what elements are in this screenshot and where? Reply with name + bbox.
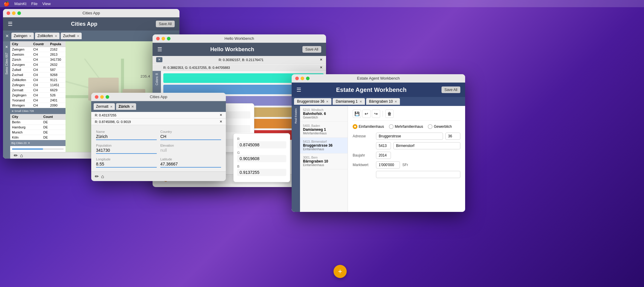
table-row[interactable]: ZuchwilCH9268 bbox=[10, 72, 66, 78]
radio-gewerblich[interactable]: Gewerblich bbox=[428, 124, 452, 129]
tl-yellow-hw[interactable] bbox=[162, 37, 165, 40]
table-row[interactable]: ZürichCH341730 bbox=[10, 57, 66, 62]
hamburger-icon-ea[interactable]: ☰ bbox=[296, 86, 301, 93]
tab-brugger[interactable]: Bruggerstrsse 36 ✕ bbox=[294, 98, 331, 105]
number-input[interactable] bbox=[445, 133, 460, 140]
tl-red-1[interactable] bbox=[7, 11, 10, 15]
tl-red-ea[interactable] bbox=[295, 77, 299, 80]
table-row[interactable]: ZermattCH6629 bbox=[10, 88, 66, 93]
population-value: 341730 bbox=[96, 148, 157, 154]
notif-close-1[interactable]: ✕ bbox=[156, 57, 162, 62]
table-row[interactable]: ZunzgenCH2632 bbox=[10, 62, 66, 67]
close-left-panel-icon[interactable]: ✕ bbox=[5, 34, 9, 38]
g-label-2: G bbox=[237, 151, 286, 154]
tl-green-hw[interactable] bbox=[167, 37, 170, 40]
home-icon-1[interactable]: ⌂ bbox=[20, 153, 23, 158]
tab-baern[interactable]: Bärngraben 10 ✕ bbox=[366, 98, 400, 105]
home-icon-2[interactable]: ⌂ bbox=[101, 174, 104, 179]
notif-close-2-2[interactable]: ✕ bbox=[220, 120, 222, 124]
notif-close-btn-1[interactable]: ✕ bbox=[320, 58, 322, 62]
tab-zermatt-close[interactable]: ✕ bbox=[110, 105, 112, 108]
table-row[interactable]: BerlinDE bbox=[10, 120, 66, 125]
tl-yellow-1[interactable] bbox=[12, 11, 16, 15]
tl-green-1[interactable] bbox=[17, 11, 21, 15]
delete-icon-btn[interactable]: 🗑 bbox=[385, 110, 394, 118]
hamburger-icon-1[interactable]: ☰ bbox=[8, 21, 13, 27]
baujahr-input[interactable] bbox=[376, 152, 391, 159]
menubar-view[interactable]: View bbox=[42, 1, 51, 6]
plz-input[interactable] bbox=[376, 142, 391, 149]
tab-zollikofen-close[interactable]: ✕ bbox=[55, 34, 57, 38]
tab-zwingen-close[interactable]: ✕ bbox=[29, 34, 31, 38]
tl-yellow-2[interactable] bbox=[100, 95, 104, 99]
list-item-1[interactable]: 5400, Baden Damianweg 1 Mehrfamilienhaus bbox=[300, 122, 348, 138]
tl-yellow-ea[interactable] bbox=[301, 77, 304, 80]
table-row[interactable]: ZullwilCH587 bbox=[10, 67, 66, 72]
app-header-1: ☰ Cities App Save All bbox=[3, 17, 179, 31]
table-row[interactable]: ZwingenCH2162 bbox=[10, 47, 66, 52]
ort-input[interactable] bbox=[393, 142, 460, 149]
radio-mehrfamilien[interactable]: Mehrfamilienhaus bbox=[389, 124, 423, 129]
table-row[interactable]: ZollikofenCH9121 bbox=[10, 78, 66, 83]
pencil-icon-1[interactable]: ✏ bbox=[14, 153, 18, 158]
save-all-button-ea[interactable]: Save All bbox=[441, 86, 460, 93]
table-row[interactable]: ZeglingenCH526 bbox=[10, 93, 66, 98]
tab-damian[interactable]: Damianweg 1 ✕ bbox=[333, 98, 365, 105]
radio-einfamilien[interactable]: Einfamilienhaus bbox=[353, 124, 384, 129]
list-item-2[interactable]: 5413, Birmenstorf Bruggerstrsse 36 Einfa… bbox=[300, 138, 348, 154]
tab-brugger-close[interactable]: ✕ bbox=[326, 100, 328, 103]
sidebar-close-2[interactable]: ✕ bbox=[11, 110, 14, 113]
menubar-app[interactable]: MainKt bbox=[14, 1, 26, 6]
tab-zurich-close[interactable]: ✕ bbox=[131, 105, 134, 108]
hamburger-icon-hw[interactable]: ☰ bbox=[157, 46, 162, 53]
sidebar-close-3[interactable]: ✕ bbox=[28, 142, 30, 145]
tl-green-2[interactable] bbox=[106, 95, 109, 99]
table-row[interactable]: MunichDE bbox=[10, 130, 66, 135]
save-icon-btn[interactable]: 💾 bbox=[353, 110, 361, 118]
color-r-field-2: R 0.8745098 bbox=[237, 137, 286, 148]
table-row[interactable]: ZweisimCH2813 bbox=[10, 52, 66, 57]
table-row[interactable]: WvnigenCH2090 bbox=[10, 103, 66, 108]
field-elevation: Elevation null bbox=[160, 144, 221, 154]
list-item-0[interactable]: 5210, Windisch Bahnhofstr. 6 Gewerblich bbox=[300, 106, 348, 122]
tab-damian-close[interactable]: ✕ bbox=[360, 100, 362, 103]
field-name: Name Zürich bbox=[96, 130, 157, 140]
save-all-button-hw[interactable]: Save All bbox=[302, 46, 321, 53]
menubar: 🍎 MainKt File View bbox=[0, 0, 644, 7]
pencil-icon-2[interactable]: ✏ bbox=[95, 174, 99, 179]
radio-circle-mehr[interactable] bbox=[389, 124, 394, 129]
name-value: Zürich bbox=[96, 134, 157, 140]
notif-close-2-1[interactable]: ✕ bbox=[220, 113, 222, 117]
radio-circle-ein[interactable] bbox=[353, 124, 357, 129]
tab-baern-close[interactable]: ✕ bbox=[395, 100, 397, 103]
tab-zuchwil-close[interactable]: ✕ bbox=[77, 34, 79, 38]
tab-zuchwil[interactable]: Zuchwil ✕ bbox=[61, 33, 82, 39]
rgb-detail-2: R 0.8745098 G 0.9019608 B 0.9137255 bbox=[233, 133, 290, 182]
radio-circle-gew[interactable] bbox=[428, 124, 433, 129]
save-all-button-1[interactable]: Save All bbox=[156, 21, 175, 27]
tl-red-2[interactable] bbox=[95, 95, 98, 99]
table-row[interactable]: YvonandCH2401 bbox=[10, 98, 66, 103]
list-item-3[interactable]: 3001, Bern Bärngraben 10 Einfamilienhaus bbox=[300, 154, 348, 169]
field-latitude: Latitude 47.36667 bbox=[160, 157, 221, 168]
tab-zwingen[interactable]: Zwingen ✕ bbox=[11, 33, 34, 39]
marktwert-input[interactable] bbox=[376, 161, 400, 168]
undo-icon-btn[interactable]: ↩ bbox=[362, 110, 371, 118]
tab-zermatt[interactable]: Zermatt ✕ bbox=[94, 103, 115, 110]
fab-add-button[interactable]: + bbox=[334, 265, 347, 278]
tl-green-ea[interactable] bbox=[306, 77, 310, 80]
street-input[interactable] bbox=[376, 133, 443, 140]
notif-close-btn-2[interactable]: ✕ bbox=[320, 66, 322, 69]
table-row[interactable]: KölnDE bbox=[10, 135, 66, 140]
table-row[interactable]: ZofingenCH11451 bbox=[10, 83, 66, 88]
extra-input[interactable] bbox=[376, 171, 460, 178]
win-title-hw: Hello Workbench bbox=[225, 36, 254, 41]
tl-red-hw[interactable] bbox=[156, 37, 160, 40]
tab-zollikofen[interactable]: Zollikofen ✕ bbox=[35, 33, 59, 39]
sidebar-close-1[interactable]: ✕ bbox=[4, 44, 9, 50]
tab-zurich[interactable]: Zürich ✕ bbox=[116, 103, 136, 110]
apple-menu[interactable]: 🍎 bbox=[4, 1, 10, 7]
menubar-file[interactable]: File bbox=[31, 1, 37, 6]
table-row[interactable]: HamburgDE bbox=[10, 125, 66, 130]
redo-icon-btn[interactable]: ↪ bbox=[372, 110, 380, 118]
